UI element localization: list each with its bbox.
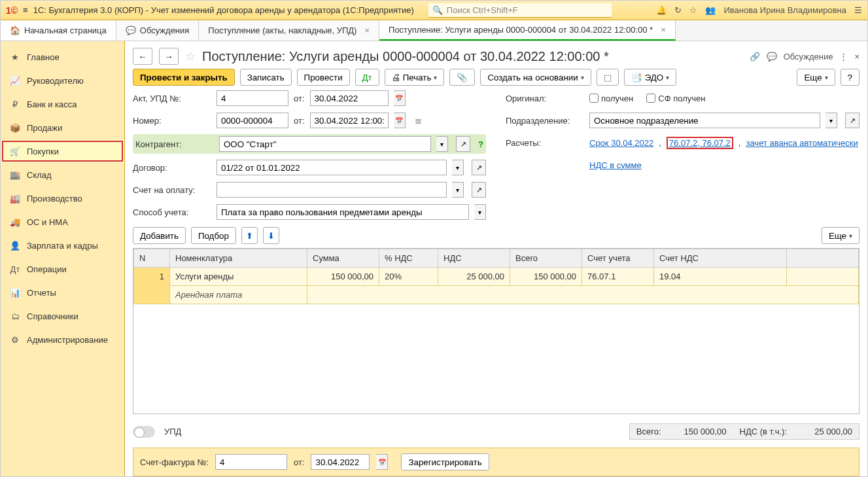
cell-sub[interactable]: Арендная плата: [170, 286, 307, 304]
col-vat-pct[interactable]: % НДС: [379, 249, 438, 268]
tab-home[interactable]: 🏠 Начальная страница: [1, 20, 116, 41]
tab-receipt-doc[interactable]: Поступление: Услуги аренды 0000-000004 о…: [379, 20, 676, 41]
col-vat[interactable]: НДС: [438, 249, 510, 268]
link-icon[interactable]: 🔗: [750, 52, 760, 62]
invoice-input[interactable]: [217, 182, 447, 198]
attach-button[interactable]: 📎: [449, 69, 475, 86]
move-down-button[interactable]: ⬇: [263, 227, 279, 244]
more-button[interactable]: Еще: [797, 69, 835, 86]
bell-icon[interactable]: 🔔: [656, 5, 667, 15]
list-icon[interactable]: ≣: [415, 116, 422, 126]
favorite-icon[interactable]: ☆: [185, 49, 196, 63]
open-icon[interactable]: ↗: [472, 182, 486, 198]
sf-date-input[interactable]: [311, 454, 370, 470]
sidebar-item-purchases[interactable]: 🛒Покупки: [1, 139, 124, 163]
sidebar-item-assets[interactable]: 🚚ОС и НМА: [1, 210, 124, 234]
struct-button[interactable]: ⬚: [597, 69, 619, 86]
sidebar-item-operations[interactable]: ДтОперации: [1, 257, 124, 281]
calendar-icon[interactable]: 📅: [394, 113, 406, 128]
open-icon[interactable]: ↗: [456, 136, 470, 152]
sidebar-item-manager[interactable]: 📈Руководителю: [1, 69, 124, 92]
number-input[interactable]: [217, 113, 288, 128]
sidebar-item-warehouse[interactable]: 🏬Склад: [1, 163, 124, 186]
register-button[interactable]: Зарегистрировать: [401, 453, 489, 470]
discuss-label[interactable]: Обсуждение: [784, 52, 833, 62]
edo-button[interactable]: 📑ЭДО: [624, 69, 677, 86]
help-icon[interactable]: ?: [478, 139, 483, 149]
chevron-down-icon[interactable]: ▾: [474, 204, 486, 220]
sidebar-item-hr[interactable]: 👤Зарплата и кадры: [1, 234, 124, 257]
cell-sum[interactable]: 150 000,00: [307, 268, 379, 286]
num-date-input[interactable]: [310, 113, 389, 128]
table-row[interactable]: 1 Услуги аренды 150 000,00 20% 25 000,00…: [134, 268, 859, 286]
act-date-input[interactable]: [310, 90, 389, 106]
sidebar-item-production[interactable]: 🏭Производство: [1, 186, 124, 210]
nav-forward-button[interactable]: →: [159, 48, 179, 65]
sidebar-item-reports[interactable]: 📊Отчеты: [1, 281, 124, 304]
post-close-button[interactable]: Провести и закрыть: [133, 69, 235, 86]
cell-name[interactable]: Услуги аренды: [170, 268, 307, 286]
calendar-icon[interactable]: 📅: [394, 90, 406, 106]
cell-n[interactable]: 1: [134, 268, 170, 304]
col-n[interactable]: N: [134, 249, 170, 268]
discuss-icon[interactable]: 💬: [767, 52, 777, 62]
star-icon[interactable]: ☆: [689, 5, 697, 15]
contract-input[interactable]: [217, 160, 447, 175]
sidebar-item-main[interactable]: ★Главное: [1, 45, 124, 69]
vat-mode-link[interactable]: НДС в сумме: [589, 160, 642, 170]
sidebar-item-sales[interactable]: 📦Продажи: [1, 116, 124, 139]
upd-toggle[interactable]: [133, 426, 155, 438]
calc-accounts-link[interactable]: 76.07.2, 76.07.2: [667, 137, 733, 149]
user-icon[interactable]: 👥: [705, 5, 716, 15]
pick-button[interactable]: Подбор: [191, 227, 236, 244]
cell-vat-acc[interactable]: 19.04: [654, 268, 787, 286]
cell-total[interactable]: 150 000,00: [510, 268, 582, 286]
calc-term-link[interactable]: Срок 30.04.2022: [589, 138, 653, 148]
settings-icon[interactable]: ☰: [854, 5, 862, 15]
sf-no-input[interactable]: [215, 454, 287, 470]
col-sum[interactable]: Сумма: [307, 249, 379, 268]
cell-vat[interactable]: 25 000,00: [438, 268, 510, 286]
add-button[interactable]: Добавить: [133, 227, 186, 244]
sidebar-item-bank[interactable]: ₽Банк и касса: [1, 92, 124, 116]
help-button[interactable]: ?: [841, 69, 859, 86]
table-more-button[interactable]: Еще: [822, 227, 859, 244]
calc-advance-link[interactable]: зачет аванса автоматически: [746, 138, 858, 148]
save-button[interactable]: Записать: [240, 69, 292, 86]
nav-back-button[interactable]: ←: [133, 48, 152, 65]
history-icon[interactable]: ↻: [674, 5, 682, 15]
col-vat-acc[interactable]: Счет НДС: [654, 249, 787, 268]
col-total[interactable]: Всего: [510, 249, 582, 268]
open-icon[interactable]: ↗: [472, 160, 486, 175]
chevron-down-icon[interactable]: ▾: [452, 182, 464, 198]
cell-vat-pct[interactable]: 20%: [379, 268, 438, 286]
user-name[interactable]: Иванова Ирина Владимировна: [723, 5, 846, 15]
calendar-icon[interactable]: 📅: [376, 454, 388, 470]
chevron-down-icon[interactable]: ▾: [825, 113, 837, 128]
close-icon[interactable]: ×: [661, 25, 666, 35]
print-button[interactable]: 🖨Печать: [385, 69, 445, 86]
chevron-down-icon[interactable]: ▾: [436, 136, 448, 152]
cell-acc[interactable]: 76.07.1: [582, 268, 654, 286]
sidebar-item-catalogs[interactable]: 🗂Справочники: [1, 304, 124, 328]
table-row-sub[interactable]: Арендная плата: [134, 286, 859, 304]
post-button[interactable]: Провести: [297, 69, 350, 86]
kebab-icon[interactable]: ⋮: [839, 52, 848, 62]
move-up-button[interactable]: ⬆: [241, 227, 258, 244]
create-based-button[interactable]: Создать на основании: [480, 69, 591, 86]
chevron-down-icon[interactable]: ▾: [452, 160, 464, 175]
menu-icon[interactable]: ≡: [23, 5, 28, 15]
contragent-input[interactable]: [219, 136, 431, 152]
method-input[interactable]: [217, 204, 469, 220]
col-name[interactable]: Номенклатура: [170, 249, 307, 268]
global-search[interactable]: 🔍 Поиск Ctrl+Shift+F: [428, 3, 612, 18]
sf-received-checkbox[interactable]: СФ получен: [646, 94, 705, 103]
subdiv-input[interactable]: [589, 113, 820, 128]
act-no-input[interactable]: [217, 90, 288, 106]
tab-receipts-list[interactable]: Поступление (акты, накладные, УПД) ×: [199, 20, 379, 41]
col-acc[interactable]: Счет учета: [582, 249, 654, 268]
close-icon[interactable]: ×: [364, 26, 370, 35]
dtkt-button[interactable]: Дт: [355, 69, 379, 86]
open-icon[interactable]: ↗: [845, 113, 859, 128]
close-icon[interactable]: ×: [854, 52, 859, 62]
